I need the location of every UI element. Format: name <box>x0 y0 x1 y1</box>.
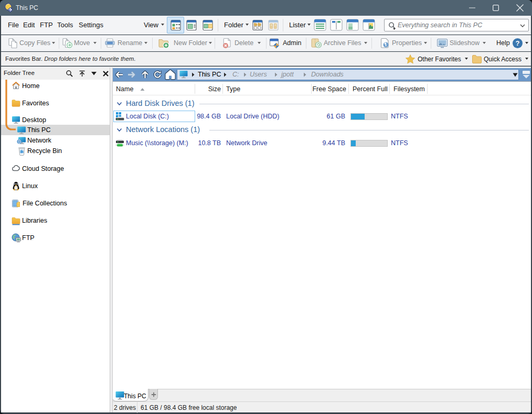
svg-text:?: ? <box>516 39 520 47</box>
